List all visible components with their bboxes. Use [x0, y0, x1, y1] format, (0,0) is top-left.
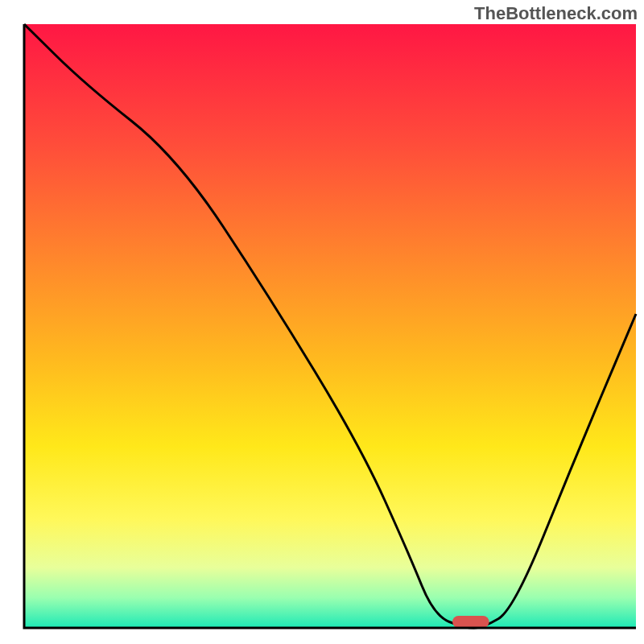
watermark-text: TheBottleneck.com	[474, 3, 638, 24]
optimal-marker	[452, 616, 489, 628]
chart-container: TheBottleneck.com	[0, 0, 644, 644]
chart-svg	[0, 0, 644, 644]
plot-area	[24, 24, 636, 628]
